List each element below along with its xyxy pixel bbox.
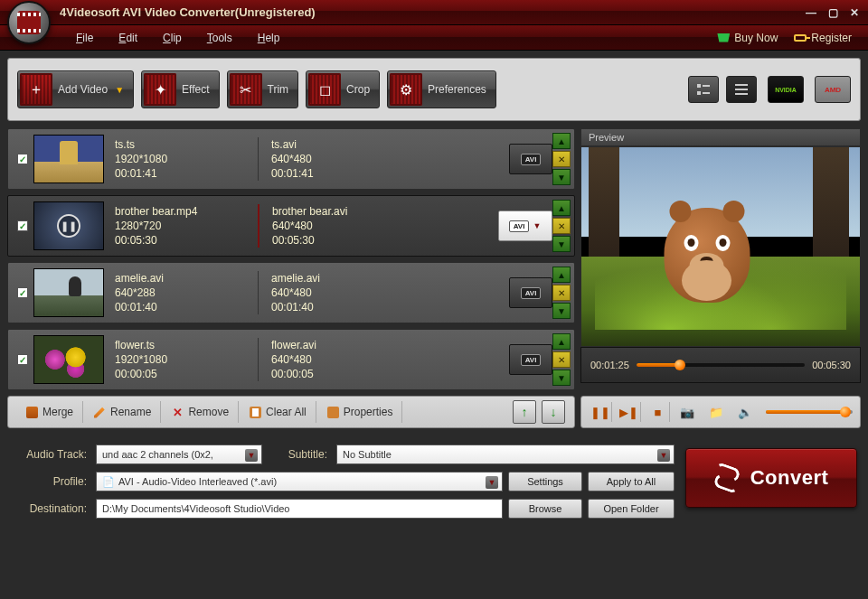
open-snapshot-folder-button[interactable]: 📁	[704, 402, 728, 422]
properties-button[interactable]: Properties	[318, 401, 403, 423]
remove-row-icon[interactable]: ✕	[552, 218, 571, 234]
destination-label: Destination:	[11, 502, 90, 515]
preferences-button[interactable]: ⚙ Preferences	[387, 70, 496, 108]
profile-label: Profile:	[11, 475, 90, 488]
src-name: ts.ts	[115, 137, 258, 152]
settings-grid: Audio Track: und aac 2 channels (0x2,▼ S…	[11, 445, 675, 519]
output-meta: ts.avi 640*480 00:01:41	[258, 137, 393, 181]
seek-knob[interactable]	[675, 360, 685, 370]
row-controls: ▲ ✕ ▼	[552, 133, 571, 185]
merge-label: Merge	[42, 406, 73, 418]
row-checkbox[interactable]: ✓	[17, 220, 28, 231]
move-down-icon[interactable]: ▼	[552, 303, 571, 319]
crop-icon: ◻	[319, 81, 331, 98]
window-title: 4Videosoft AVI Video Converter(Unregiste…	[60, 5, 797, 19]
add-video-button[interactable]: ＋ Add Video ▼	[17, 70, 134, 108]
remove-row-icon[interactable]: ✕	[552, 151, 571, 167]
move-up-icon[interactable]: ▲	[552, 133, 571, 149]
format-button[interactable]: AVI▼	[498, 211, 552, 241]
remove-row-icon[interactable]: ✕	[552, 351, 571, 368]
list-actions-bar: Merge Rename ✕Remove Clear All Propertie…	[7, 396, 575, 428]
destination-input[interactable]: D:\My Documents\4Videosoft Studio\Video	[96, 499, 503, 519]
audio-track-value: und aac 2 channels (0x2,	[102, 449, 213, 460]
list-item[interactable]: ✓ ts.ts 1920*1080 00:01:41 ts.avi 640*48…	[7, 128, 575, 190]
buy-now-link[interactable]: Buy Now	[717, 32, 778, 44]
view-list-button[interactable]	[726, 76, 757, 103]
remove-label: Remove	[188, 406, 229, 418]
row-checkbox[interactable]: ✓	[17, 154, 28, 164]
list-item[interactable]: ✓ ❚❚ brother bear.mp4 1280*720 00:05:30 …	[7, 195, 575, 257]
list-item[interactable]: ✓ amelie.avi 640*288 00:01:40 amelie.avi…	[7, 262, 575, 323]
settings-button[interactable]: Settings	[508, 472, 582, 491]
trim-button[interactable]: ✂ Trim	[227, 70, 299, 108]
profile-value: AVI - Audio-Video Interleaved (*.avi)	[118, 476, 277, 487]
close-button[interactable]: ✕	[846, 6, 863, 19]
move-item-down-button[interactable]: ↓	[542, 400, 565, 424]
out-name: flower.avi	[271, 338, 393, 352]
volume-slider[interactable]	[766, 410, 853, 414]
thumbnail[interactable]	[33, 135, 104, 183]
convert-label: Convert	[750, 466, 829, 490]
volume-icon[interactable]: 🔈	[733, 402, 757, 422]
open-folder-button[interactable]: Open Folder	[588, 499, 675, 519]
clear-all-button[interactable]: Clear All	[241, 401, 316, 423]
row-checkbox[interactable]: ✓	[17, 287, 28, 298]
move-item-up-button[interactable]: ↑	[513, 400, 536, 424]
move-down-icon[interactable]: ▼	[552, 169, 571, 185]
pause-button[interactable]: ❚❚	[589, 402, 612, 422]
convert-button[interactable]: Convert	[685, 448, 857, 508]
clear-icon	[250, 407, 261, 418]
menu-file[interactable]: File	[63, 28, 106, 48]
move-down-icon[interactable]: ▼	[552, 236, 571, 252]
thumbnail[interactable]: ❚❚	[33, 201, 104, 250]
chevron-down-icon: ▼	[486, 476, 498, 489]
remove-button[interactable]: ✕Remove	[163, 401, 239, 423]
crop-button[interactable]: ◻ Crop	[306, 70, 380, 108]
menu-clip[interactable]: Clip	[150, 28, 194, 48]
maximize-button[interactable]: ▢	[825, 6, 841, 19]
scissors-icon: ✂	[240, 81, 251, 98]
effect-button[interactable]: ✦ Effect	[141, 70, 219, 108]
key-icon	[794, 34, 807, 42]
snapshot-button[interactable]: 📷	[675, 402, 699, 422]
volume-knob[interactable]	[840, 407, 851, 417]
title-bar: 4Videosoft AVI Video Converter(Unregiste…	[0, 0, 868, 25]
format-button[interactable]: AVI	[509, 344, 552, 375]
move-down-icon[interactable]: ▼	[552, 370, 571, 386]
view-thumbnails-button[interactable]	[688, 76, 719, 103]
move-up-icon[interactable]: ▲	[552, 267, 571, 283]
merge-button[interactable]: Merge	[17, 401, 83, 423]
step-button[interactable]: ▶❚	[618, 402, 641, 422]
stop-button[interactable]: ■	[646, 402, 670, 422]
remove-row-icon[interactable]: ✕	[552, 285, 571, 301]
minimize-button[interactable]: —	[803, 6, 819, 19]
pencil-icon	[94, 407, 106, 418]
row-checkbox[interactable]: ✓	[17, 354, 28, 365]
format-button[interactable]: AVI	[509, 144, 552, 174]
src-name: amelie.avi	[115, 271, 258, 285]
playback-controls: ❚❚ ▶❚ ■ 📷 📁 🔈	[580, 396, 861, 428]
thumbnail[interactable]	[33, 268, 104, 317]
thumbnail[interactable]	[33, 335, 104, 384]
rename-button[interactable]: Rename	[85, 401, 161, 423]
list-item[interactable]: ✓ flower.ts 1920*1080 00:00:05 flower.av…	[7, 329, 575, 390]
move-up-icon[interactable]: ▲	[552, 333, 571, 350]
preview-screen[interactable]	[580, 146, 861, 347]
menu-edit[interactable]: Edit	[106, 28, 150, 48]
out-res: 640*480	[272, 219, 393, 233]
profile-combo[interactable]: 📄AVI - Audio-Video Interleaved (*.avi)▼	[96, 472, 503, 491]
audio-track-combo[interactable]: und aac 2 channels (0x2,▼	[96, 445, 262, 464]
menu-help[interactable]: Help	[245, 28, 293, 48]
menu-tools[interactable]: Tools	[194, 28, 245, 48]
out-res: 640*480	[271, 352, 393, 367]
move-up-icon[interactable]: ▲	[552, 200, 571, 216]
buy-now-label: Buy Now	[734, 32, 778, 44]
src-dur: 00:01:41	[115, 166, 258, 181]
format-button[interactable]: AVI	[509, 277, 552, 308]
subtitle-combo[interactable]: No Subtitle▼	[336, 445, 675, 464]
browse-button[interactable]: Browse	[508, 499, 582, 519]
apply-to-all-button[interactable]: Apply to All	[588, 472, 675, 491]
seek-slider[interactable]	[637, 363, 805, 367]
register-link[interactable]: Register	[794, 32, 852, 44]
chevron-down-icon: ▼	[657, 449, 670, 462]
